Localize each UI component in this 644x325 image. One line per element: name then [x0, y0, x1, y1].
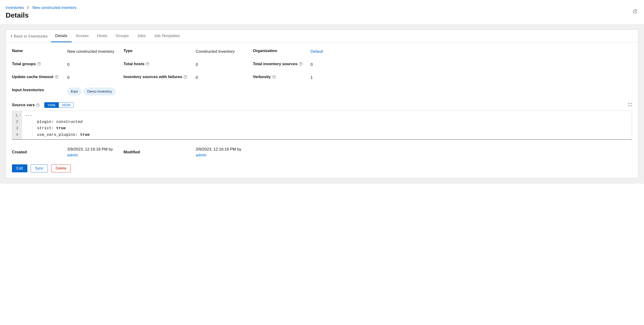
value-total-groups: 0: [67, 62, 124, 68]
tabs: Back to Inventories Details Access Hosts…: [6, 30, 638, 43]
chip-input-inventory[interactable]: Demo Inventory: [84, 88, 116, 95]
label-modified: Modified: [124, 146, 196, 158]
svg-point-11: [274, 78, 274, 78]
help-icon[interactable]: [55, 75, 58, 79]
label-total-hosts: Total hosts: [124, 62, 196, 66]
label-source-vars: Source vars: [12, 103, 40, 107]
help-icon[interactable]: [299, 62, 302, 66]
label-name: Name: [12, 49, 67, 53]
chevron-right-icon: [27, 6, 29, 10]
expand-icon[interactable]: [628, 103, 632, 108]
value-type: Constructed Inventory: [196, 49, 253, 55]
toggle-json[interactable]: JSON: [59, 103, 73, 108]
editor-content[interactable]: --- plugin: constructed strict: true use…: [22, 111, 632, 139]
label-update-cache-timeout: Update cache timeout: [12, 75, 67, 79]
details-panel: Back to Inventories Details Access Hosts…: [6, 30, 638, 178]
page-title: Details: [6, 11, 638, 19]
label-organization: Organization: [253, 49, 310, 53]
label-inv-sources-failures: Inventory sources with failures: [124, 75, 196, 79]
edit-button[interactable]: Edit: [12, 164, 28, 172]
modified-user-link[interactable]: admin: [196, 153, 206, 157]
help-icon[interactable]: [36, 103, 40, 107]
created-user-link[interactable]: admin: [67, 153, 78, 157]
label-type: Type: [124, 49, 196, 53]
tab-groups[interactable]: Groups: [112, 30, 133, 42]
value-total-inv-sources: 0: [310, 62, 632, 68]
value-created: 3/9/2023, 12:16:18 PM by admin: [67, 146, 124, 158]
label-created: Created: [12, 146, 67, 158]
tab-jobs[interactable]: Jobs: [133, 30, 150, 42]
delete-button[interactable]: Delete: [51, 164, 71, 172]
editor-gutter: 1 ▾ 2 3 4: [12, 111, 22, 139]
help-icon[interactable]: [37, 62, 41, 66]
yaml-json-toggle: YAML JSON: [44, 102, 73, 108]
toggle-yaml[interactable]: YAML: [44, 103, 59, 108]
sync-button[interactable]: Sync: [31, 164, 48, 172]
caret-left-icon: [10, 34, 12, 39]
back-to-inventories[interactable]: Back to Inventories: [10, 30, 51, 42]
tab-job-templates[interactable]: Job Templates: [150, 30, 184, 42]
organization-link[interactable]: Default: [310, 49, 323, 54]
code-line: use_vars_plugins: true: [25, 132, 629, 138]
back-link-label: Back to Inventories: [14, 34, 48, 39]
action-buttons: Edit Sync Delete: [12, 164, 632, 172]
help-icon[interactable]: [146, 62, 149, 66]
label-total-inv-sources: Total inventory sources: [253, 62, 310, 66]
code-line: plugin: constructed: [25, 119, 629, 125]
source-vars-editor[interactable]: 1 ▾ 2 3 4 --- plugin: constructed strict…: [12, 111, 632, 140]
chip-input-inventory[interactable]: East: [67, 88, 81, 95]
breadcrumb: Inventories New constructed inventory: [6, 6, 638, 10]
value-verbosity: 1: [310, 75, 632, 81]
code-line: ---: [25, 112, 629, 119]
svg-point-13: [38, 106, 38, 106]
breadcrumb-current[interactable]: New constructed inventory: [32, 6, 77, 10]
label-total-groups: Total groups: [12, 62, 67, 66]
tab-details[interactable]: Details: [51, 30, 72, 42]
tab-hosts[interactable]: Hosts: [93, 30, 111, 42]
label-verbosity: Verbosity: [253, 75, 310, 79]
svg-point-3: [148, 65, 148, 65]
value-update-cache-timeout: 0: [67, 75, 124, 81]
breadcrumb-root[interactable]: Inventories: [6, 6, 24, 10]
label-input-inventories: Input Inventories: [12, 88, 67, 92]
value-name: New constructed inventory: [67, 49, 124, 55]
svg-point-1: [39, 65, 39, 65]
help-icon[interactable]: [184, 75, 187, 79]
help-icon[interactable]: [272, 75, 276, 79]
tab-access[interactable]: Access: [72, 30, 93, 42]
svg-point-7: [56, 78, 57, 78]
value-organization: Default: [310, 49, 632, 55]
history-icon[interactable]: [632, 9, 638, 15]
value-total-hosts: 0: [196, 62, 253, 68]
svg-point-5: [300, 65, 301, 65]
code-line: strict: true: [25, 125, 629, 131]
value-inv-sources-failures: 0: [196, 75, 253, 81]
value-modified: 3/9/2023, 12:16:18 PM by admin: [196, 146, 632, 158]
